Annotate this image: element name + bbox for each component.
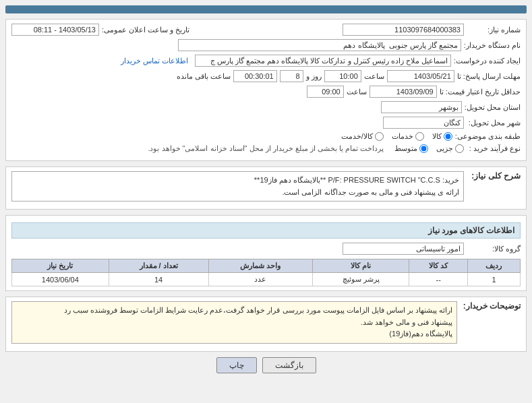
chap-button[interactable]: چاپ bbox=[216, 357, 257, 373]
mohlat-date-input[interactable] bbox=[387, 70, 454, 82]
radio-kala-khadamat[interactable]: کالا/خدمت bbox=[341, 132, 384, 141]
motovaset-label: متوسط bbox=[394, 144, 417, 153]
cell-kodKala: -- bbox=[409, 273, 468, 286]
tarikh-input[interactable] bbox=[11, 24, 99, 36]
sarح-content: خرید: P/F: PRESSURE SWITCH "C.C.S **بالا… bbox=[11, 171, 464, 202]
mohlat-roz-input[interactable] bbox=[280, 70, 303, 82]
jazoii-label: جزیی bbox=[436, 144, 453, 153]
roz-label: روز و bbox=[306, 72, 322, 81]
shahr-input[interactable] bbox=[383, 117, 464, 129]
ijadKonande-input[interactable] bbox=[195, 55, 451, 67]
kalaInfo-header: اطلاعات کالاهای مورد نیاز bbox=[11, 222, 521, 239]
توضیحات-content: ارائه پیشنهاد بر اساس فایل الزامات پیوست… bbox=[11, 301, 457, 344]
sarح-line1: خرید: P/F: PRESSURE SWITCH "C.C.S **بالا… bbox=[16, 175, 459, 187]
col-namKala: نام کالا bbox=[312, 259, 409, 273]
radio-kala[interactable]: کالا bbox=[432, 132, 452, 141]
table-row: 1 -- پرشر سوئیچ عدد 14 1403/06/04 bbox=[12, 273, 521, 286]
col-vahed: واحد شمارش bbox=[208, 259, 312, 273]
kalaKhadamat-label: کالا/خدمت bbox=[341, 132, 373, 141]
remaining-label: ساعت باقی مانده bbox=[177, 72, 231, 81]
hadadal-label: حداقل تاریخ اعتبار قیمت: تا bbox=[440, 88, 521, 96]
farayand-notice: پرداخت تمام یا بخشی از مبلغ خریدار از مح… bbox=[148, 144, 384, 153]
col-tedad: تعداد / مقدار bbox=[109, 259, 208, 273]
hadadal-time-input[interactable] bbox=[307, 86, 344, 98]
noeFarayand-label: نوع فرآیند خرید : bbox=[467, 144, 521, 153]
ostan-input[interactable] bbox=[381, 101, 462, 113]
shahr-label: شهر محل تحویل: bbox=[467, 119, 521, 127]
tabaghe-label: طبقه بندی موضوعی: bbox=[455, 132, 521, 141]
namDastgah-label: نام دستگاه خریدار: bbox=[464, 41, 521, 50]
cell-tedad: 14 bbox=[109, 273, 208, 286]
توضیحات-line1: ارائه پیشنهاد بر اساس فایل الزامات پیوست… bbox=[16, 305, 452, 317]
توضیحات-line3: پالایشگاه دهم(فاز19) bbox=[16, 328, 452, 340]
col-kodKala: کد کالا bbox=[409, 259, 468, 273]
groupeKala-input[interactable] bbox=[343, 243, 464, 255]
page-title bbox=[5, 5, 527, 13]
tarikh-label: تاریخ و ساعت اعلان عمومی: bbox=[102, 26, 189, 34]
khadamat-label: خدمات bbox=[392, 132, 413, 141]
radio-motovaset[interactable]: متوسط bbox=[394, 144, 428, 153]
hadadal-date-input[interactable] bbox=[370, 86, 437, 98]
hadadal-saat-label: ساعت bbox=[347, 88, 367, 96]
ostan-label: استان محل تحویل: bbox=[465, 103, 521, 112]
توضیحات-line2: پیشنهاد فنی و مالی خواهد شد. bbox=[16, 317, 452, 329]
tamasKharidar-link[interactable]: اطلاعات تماس خریدار bbox=[121, 57, 188, 65]
groupeKala-label: گروه کالا: bbox=[467, 245, 521, 253]
mohlat-label: مهلت ارسال پاسخ: تا bbox=[457, 72, 521, 81]
kala-table: ردیف کد کالا نام کالا واحد شمارش تعداد /… bbox=[11, 259, 521, 286]
col-radif: ردیف bbox=[467, 259, 520, 273]
توضیحات-label: توضیحات خریدار: bbox=[460, 301, 521, 311]
saat-label: ساعت bbox=[364, 72, 384, 81]
cell-vahed: عدد bbox=[208, 273, 312, 286]
cell-radif: 1 bbox=[467, 273, 520, 286]
mohlat-saat-input[interactable] bbox=[233, 70, 277, 82]
radio-khadamat[interactable]: خدمات bbox=[392, 132, 424, 141]
shomareNiaz-input[interactable] bbox=[343, 24, 464, 36]
cell-namKala: پرشر سوئیچ bbox=[312, 273, 409, 286]
shomareNiaz-label: شماره نیاز: bbox=[467, 26, 521, 34]
radio-jazoii[interactable]: جزیی bbox=[436, 144, 464, 153]
col-tarikh: تاریخ نیاز bbox=[12, 259, 109, 273]
namDastgah-input[interactable] bbox=[178, 39, 461, 51]
mohlat-time-input[interactable] bbox=[324, 70, 361, 82]
sarح-line2: ارائه ی پیشنهاد فنی و مالی به صورت جداگا… bbox=[16, 187, 459, 199]
cell-tarikh: 1403/06/04 bbox=[12, 273, 109, 286]
bazgasht-button[interactable]: بازگشت bbox=[262, 357, 316, 373]
kala-label: کالا bbox=[432, 132, 442, 141]
ijadKonande-label: ایجاد کننده درخواست: bbox=[454, 57, 521, 65]
sarح-label: شرح کلی نیاز: bbox=[467, 171, 521, 181]
